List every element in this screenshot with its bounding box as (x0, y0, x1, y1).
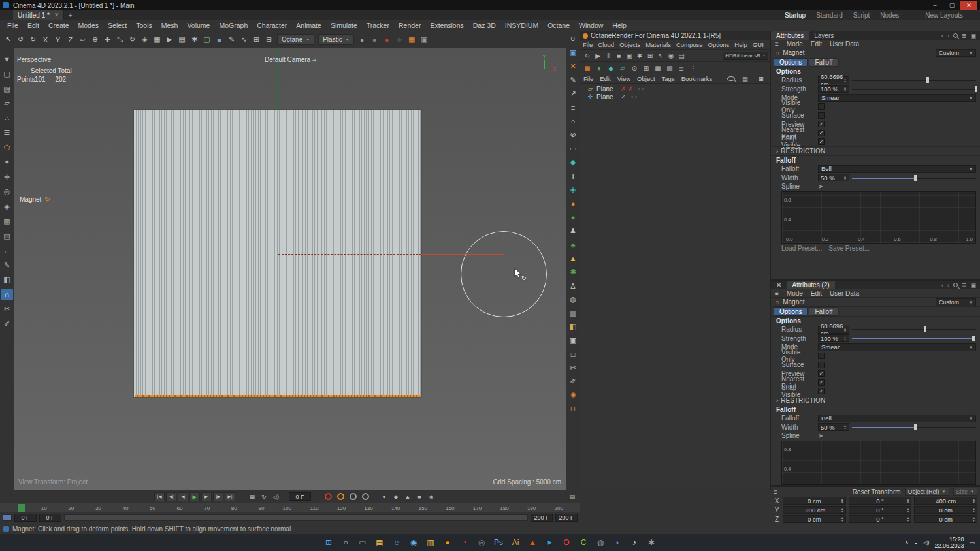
radius-field[interactable]: 60.6696 cm▲▼ (818, 76, 849, 84)
tab-layers[interactable]: Layers (809, 31, 839, 40)
position-field[interactable]: 0 cm▲▼ (783, 515, 846, 523)
spline-expander-icon[interactable]: ➤ (818, 432, 823, 439)
object-manager-menu-item[interactable]: Bookmarks (678, 75, 716, 82)
layout-script[interactable]: Script (853, 12, 870, 19)
undo-icon[interactable]: ↺ (14, 33, 27, 46)
lock-z-axis-icon[interactable]: Z (64, 33, 76, 46)
notifications-icon[interactable]: ▭ (969, 539, 975, 546)
stepper-icon[interactable]: ▲▼ (843, 336, 847, 341)
obs-icon[interactable]: ◎ (475, 536, 489, 550)
octane-menu-item[interactable]: File (580, 41, 595, 48)
menu-item[interactable]: Window (574, 22, 608, 29)
range-start-field[interactable]: 0 F (14, 514, 37, 522)
tag-icon[interactable]: ▫ (635, 94, 637, 100)
size-field[interactable]: 0 cm▲▼ (914, 515, 977, 523)
surface-checkbox[interactable] (818, 112, 825, 119)
coffee-cup-icon[interactable]: ∪ (567, 33, 579, 44)
user-data-menu[interactable]: User Data (826, 40, 863, 48)
object-manager-menu-item[interactable]: Tags (659, 75, 678, 82)
lock-icon[interactable]: ▣ (970, 33, 976, 39)
object-flags[interactable]: ▫▫ (631, 94, 637, 100)
browser-icon[interactable]: ◉ (407, 536, 421, 550)
falloff-tab-button[interactable]: Falloff (809, 307, 838, 316)
file-explorer-icon[interactable]: ▤ (373, 536, 387, 550)
strength-slider[interactable] (852, 334, 976, 343)
stepper-icon[interactable]: ▲▼ (972, 516, 975, 522)
camera-label[interactable]: Default Camera ▪▾ (14, 56, 566, 63)
octane-menu-item[interactable]: Help (732, 41, 750, 48)
range-start-field-2[interactable]: 0 F (39, 514, 61, 522)
visibility-marks[interactable]: ✓ (621, 93, 627, 100)
photoshop-icon[interactable]: Ps (492, 536, 506, 550)
object-row[interactable]: ▱ Plane ✗ ✗ ▫▫ (580, 85, 770, 93)
rotation-field[interactable]: 0 °▲▼ (849, 497, 912, 505)
stepper-icon[interactable]: ▲▼ (843, 175, 847, 180)
cinema4d-icon[interactable]: C (577, 536, 591, 550)
workplane-snap-icon[interactable]: ▤ (1, 230, 13, 242)
chrome-icon[interactable]: ◔ (458, 536, 472, 550)
pen-icon[interactable]: ✎ (567, 74, 579, 86)
spline-expander-icon[interactable]: ➤ (818, 183, 823, 190)
key-parameter-icon[interactable]: ■ (414, 492, 425, 501)
keying-settings-button[interactable] (350, 493, 357, 500)
edges-mode-icon[interactable]: ☰ (1, 127, 13, 139)
uv-edit-icon[interactable]: ▣ (567, 47, 579, 58)
range-end-field-2[interactable]: 200 F (555, 514, 578, 522)
sound-toggle-icon[interactable]: ◁) (270, 492, 281, 501)
enabled-check-icon[interactable]: ✓ (621, 93, 627, 100)
edit-menu[interactable]: Edit (807, 40, 826, 48)
chair-icon[interactable]: ⊓ (567, 403, 579, 415)
octane-menu-item[interactable]: Compose (674, 41, 706, 48)
tray-expand-icon[interactable]: ∧ (904, 539, 909, 546)
width-slider[interactable] (852, 423, 976, 432)
expander-icon[interactable]: › (776, 148, 778, 155)
render-picture-viewer-icon[interactable]: ▤ (176, 33, 188, 46)
reset-transform-button[interactable]: Reset Transform (853, 488, 901, 496)
object-row[interactable]: ✛ Plane ✓ ▫▫ (580, 93, 770, 101)
pen-tool-icon[interactable]: ✎ (225, 33, 238, 46)
render-visibility-off-icon[interactable]: ✗ (628, 86, 633, 92)
quantize-icon[interactable]: ▦ (151, 33, 163, 46)
next-key-button[interactable]: |▶ (213, 492, 223, 501)
mode-menu[interactable]: Mode (783, 290, 807, 297)
text-tool-icon[interactable]: T (567, 170, 579, 181)
stepper-icon[interactable]: ▲▼ (906, 498, 909, 503)
loop-icon[interactable]: ↻ (259, 492, 269, 501)
opera-icon[interactable]: O (560, 536, 574, 550)
lock-x-axis-icon[interactable]: X (39, 33, 52, 46)
stepper-icon[interactable]: ▲▼ (843, 424, 847, 430)
menu-item[interactable]: Tracker (362, 22, 394, 29)
strength-slider[interactable] (852, 85, 976, 93)
plane-light-icon[interactable]: ▱ (617, 63, 628, 73)
mode-menu[interactable]: Mode (783, 40, 807, 48)
octane-sphere-icon[interactable]: ● (567, 198, 579, 209)
layout-icon[interactable]: ⊞ (755, 75, 767, 82)
enable-axis-icon[interactable]: ✛ (1, 171, 13, 183)
mirror-icon[interactable]: ◧ (1, 274, 13, 286)
viewport-solo-icon[interactable]: ◎ (1, 186, 13, 198)
octane-menu-item[interactable]: Objects (617, 41, 643, 48)
stepper-icon[interactable]: ▲▼ (843, 86, 847, 91)
visibility-marks[interactable]: ✗ ✗ (621, 86, 633, 92)
rotation-field[interactable]: 0 °▲▼ (849, 506, 912, 514)
key-rotation-icon[interactable]: ▲ (402, 492, 413, 501)
tweak-mode-icon[interactable]: ✦ (1, 157, 13, 168)
menu-item[interactable]: Help (608, 22, 631, 29)
menu-item[interactable]: Mesh (157, 22, 183, 29)
menu-item[interactable]: File (3, 22, 23, 29)
list-icon[interactable]: ≡ (567, 102, 579, 113)
options-tab-button[interactable]: Options (774, 58, 808, 67)
layout-nodes[interactable]: Nodes (880, 12, 899, 19)
go-to-end-button[interactable]: ▶| (225, 492, 235, 501)
visible-only-checkbox[interactable] (818, 103, 825, 110)
octane-menu-item[interactable]: GUI (750, 41, 766, 48)
menu-item[interactable]: MoGraph (214, 22, 252, 29)
play-button[interactable]: ▶ (189, 492, 200, 501)
camera-icon[interactable]: ▣ (567, 335, 579, 346)
target-icon[interactable]: ⊙ (629, 63, 640, 73)
size-field[interactable]: 400 cm▲▼ (914, 497, 977, 505)
menu-item[interactable]: Tools (131, 22, 157, 29)
snap-toggle-icon[interactable]: ◈ (1, 200, 13, 212)
material-sphere-2-icon[interactable]: ● (368, 33, 381, 46)
texture-mode-icon[interactable]: ▨ (1, 83, 13, 95)
